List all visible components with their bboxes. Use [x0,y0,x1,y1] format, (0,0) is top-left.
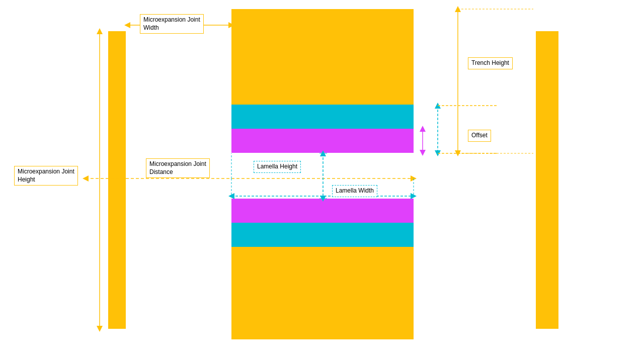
label-microexpansion-joint-width: Microexpansion JointWidth [140,14,204,34]
label-offset: Offset [468,130,491,142]
diagram-container: Microexpansion JointWidth Microexpansion… [0,0,644,362]
label-microexpansion-joint-height: Microexpansion JointHeight [14,166,78,186]
label-microexpansion-joint-distance: Microexpansion JointDistance [146,158,210,178]
cyan-band-lower [231,223,414,247]
left-pillar [108,31,126,329]
center-block-top [231,9,414,105]
label-lamella-height: Lamella Height [254,161,301,173]
label-lamella-width: Lamella Width [332,185,377,197]
magenta-band-lower [231,199,414,223]
magenta-band-upper [231,129,414,153]
right-pillar [536,31,558,329]
label-trench-height: Trench Height [468,57,513,69]
cyan-band-upper [231,105,414,129]
